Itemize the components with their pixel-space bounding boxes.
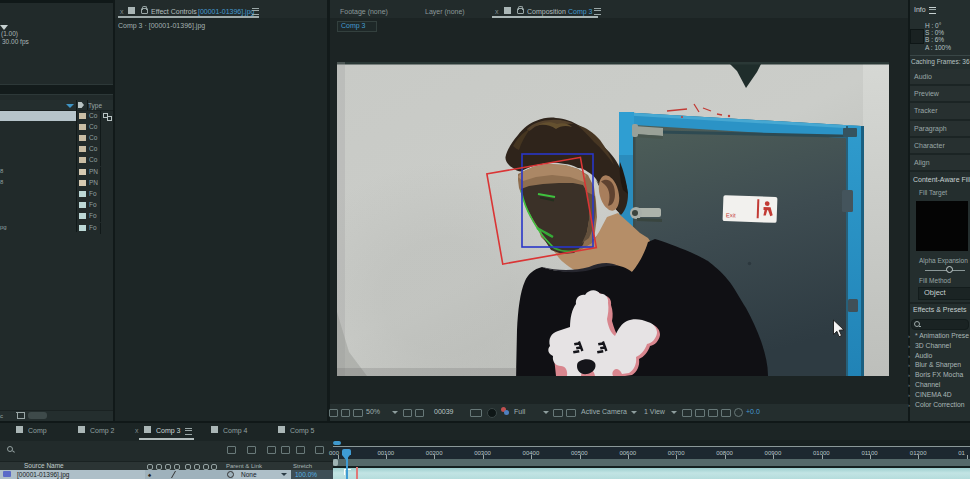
svg-text:Exit: Exit xyxy=(726,212,737,218)
